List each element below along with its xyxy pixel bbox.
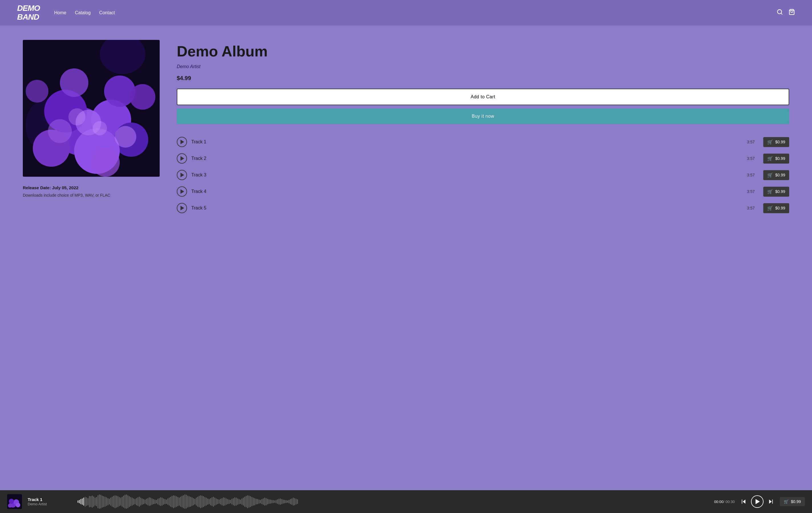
track-list: Track 1 3:57 🛒 $0.99 Track 2 3:57 🛒 $0.9…	[177, 134, 789, 216]
waveform[interactable]	[78, 494, 704, 509]
track-buy-button[interactable]: 🛒 $0.99	[763, 187, 789, 197]
track-duration: 3:57	[747, 206, 755, 210]
waveform-bar	[86, 497, 87, 506]
track-play-button[interactable]	[177, 153, 187, 163]
waveform-bar	[167, 499, 168, 505]
waveform-bar	[271, 500, 272, 503]
waveform-bar	[150, 497, 151, 506]
waveform-bar	[266, 498, 267, 505]
artist-name: Demo Artist	[177, 64, 789, 69]
waveform-bar	[95, 497, 95, 506]
logo[interactable]: DEMO BAND	[17, 4, 40, 22]
player-buy-button[interactable]: 🛒 $0.99	[780, 497, 805, 506]
waveform-bar	[119, 497, 120, 506]
waveform-bar	[89, 496, 90, 507]
waveform-bar	[268, 499, 269, 504]
waveform-bar	[277, 499, 278, 504]
nav-catalog[interactable]: Catalog	[75, 10, 91, 16]
header-left: DEMO BAND Home Catalog Contact	[17, 4, 115, 22]
waveform-bar	[96, 497, 97, 506]
waveform-bar	[129, 496, 130, 507]
cart-icon[interactable]	[789, 9, 795, 17]
svg-point-27	[8, 504, 12, 508]
waveform-bar	[140, 497, 141, 506]
prev-button[interactable]	[741, 499, 747, 505]
play-pause-button[interactable]	[751, 495, 763, 508]
header: DEMO BAND Home Catalog Contact	[0, 0, 812, 26]
track-buy-button[interactable]: 🛒 $0.99	[763, 203, 789, 213]
waveform-bar	[209, 499, 209, 504]
waveform-bar	[247, 495, 248, 508]
track-buy-button[interactable]: 🛒 $0.99	[763, 154, 789, 163]
search-icon[interactable]	[777, 9, 783, 17]
waveform-bar	[184, 494, 185, 509]
nav-contact[interactable]: Contact	[99, 10, 115, 16]
waveform-bar	[120, 497, 121, 506]
waveform-bar	[230, 500, 231, 503]
waveform-bar	[180, 497, 181, 507]
waveform-bar	[210, 498, 211, 505]
waveform-bar	[153, 499, 154, 504]
waveform-bar	[289, 500, 289, 503]
waveform-bar	[207, 499, 208, 505]
waveform-bar	[287, 501, 288, 503]
waveform-bar	[240, 500, 241, 504]
waveform-bar	[112, 497, 113, 507]
track-price: $0.99	[775, 206, 785, 210]
buy-now-button[interactable]: Buy it now	[177, 109, 789, 124]
right-column: Demo Album Demo Artist $4.99 Add to Cart…	[177, 40, 789, 467]
track-play-button[interactable]	[177, 137, 187, 147]
waveform-bar	[297, 499, 298, 504]
waveform-bar	[220, 499, 221, 505]
waveform-bar	[108, 498, 108, 505]
waveform-bar	[190, 497, 191, 507]
play-icon	[180, 156, 184, 161]
waveform-bar	[263, 499, 264, 505]
waveform-bar	[93, 496, 94, 507]
next-button[interactable]	[768, 499, 774, 505]
track-item: Track 1 3:57 🛒 $0.99	[177, 134, 789, 150]
waveform-bar	[196, 497, 197, 506]
waveform-bar	[214, 497, 215, 506]
waveform-bar	[154, 500, 155, 504]
current-time: 00:00	[714, 500, 724, 504]
player-time: 00:00/ 00:30	[714, 500, 735, 504]
player-buy-price: $0.99	[791, 499, 801, 504]
svg-point-18	[48, 119, 72, 143]
svg-point-13	[60, 68, 88, 97]
waveform-bar	[264, 497, 265, 506]
svg-point-20	[68, 108, 86, 125]
svg-marker-28	[743, 500, 745, 504]
track-buy-button[interactable]: 🛒 $0.99	[763, 170, 789, 180]
waveform-bar	[79, 500, 80, 503]
album-title: Demo Album	[177, 43, 789, 60]
waveform-bar	[80, 499, 81, 504]
track-price: $0.99	[775, 173, 785, 177]
waveform-bar	[213, 497, 214, 507]
nav-home[interactable]: Home	[54, 10, 66, 16]
track-buy-button[interactable]: 🛒 $0.99	[763, 137, 789, 147]
waveform-bar	[237, 499, 238, 505]
waveform-bar	[246, 496, 246, 507]
waveform-bar	[224, 497, 225, 506]
waveform-bar	[270, 500, 271, 504]
track-item: Track 4 3:57 🛒 $0.99	[177, 184, 789, 200]
add-to-cart-button[interactable]: Add to Cart	[177, 89, 789, 105]
svg-point-14	[130, 84, 155, 110]
player-thumbnail	[7, 494, 22, 509]
waveform-bar	[179, 497, 180, 506]
play-icon	[180, 206, 184, 210]
cart-mini-icon: 🛒	[767, 206, 773, 211]
track-play-button[interactable]	[177, 203, 187, 213]
svg-point-12	[104, 76, 136, 107]
cart-mini-icon: 🛒	[767, 173, 773, 178]
waveform-bar	[156, 500, 157, 503]
header-right	[777, 9, 795, 17]
track-play-button[interactable]	[177, 186, 187, 197]
waveform-bar	[149, 497, 150, 506]
waveform-bar	[143, 499, 144, 504]
waveform-bar	[182, 496, 182, 507]
waveform-bar	[192, 497, 193, 506]
waveform-bar	[227, 499, 228, 504]
track-play-button[interactable]	[177, 170, 187, 180]
